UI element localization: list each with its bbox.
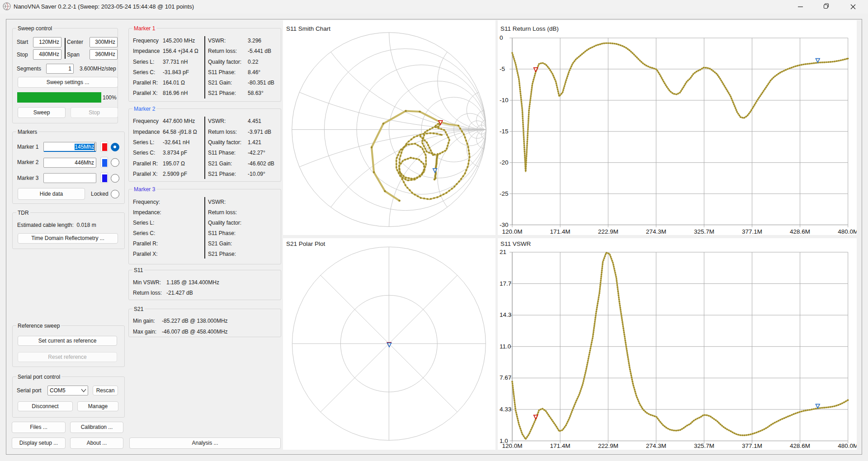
svg-text:0: 0 [500,34,503,41]
svg-text:377.1M: 377.1M [742,442,762,449]
svg-text:377.1M: 377.1M [742,228,762,235]
svg-text:-20: -20 [500,159,509,166]
svg-text:325.7M: 325.7M [694,228,714,235]
svg-text:120.0M: 120.0M [502,442,522,449]
svg-text:11.0: 11.0 [500,343,511,350]
svg-text:17.7: 17.7 [500,280,511,287]
svg-text:7.67: 7.67 [500,374,511,381]
svg-text:171.4M: 171.4M [550,228,571,235]
svg-text:-25: -25 [500,190,509,197]
svg-text:14.3: 14.3 [500,311,511,318]
svg-text:-5: -5 [500,66,505,72]
svg-text:4.33: 4.33 [500,406,511,413]
svg-text:428.6M: 428.6M [790,442,810,449]
svg-text:428.6M: 428.6M [790,228,810,235]
svg-text:480.0M: 480.0M [838,228,857,235]
svg-text:222.9M: 222.9M [598,442,618,449]
svg-text:274.3M: 274.3M [646,442,666,449]
svg-text:120.0M: 120.0M [502,228,522,235]
svg-text:222.9M: 222.9M [598,228,618,235]
svg-text:21: 21 [500,249,506,255]
svg-text:-15: -15 [500,128,509,135]
svg-text:-10: -10 [500,97,509,103]
svg-text:274.3M: 274.3M [646,228,666,235]
svg-text:325.7M: 325.7M [694,442,714,449]
svg-text:171.4M: 171.4M [550,442,571,449]
svg-text:-30: -30 [500,221,509,228]
svg-text:480.0M: 480.0M [838,442,857,449]
